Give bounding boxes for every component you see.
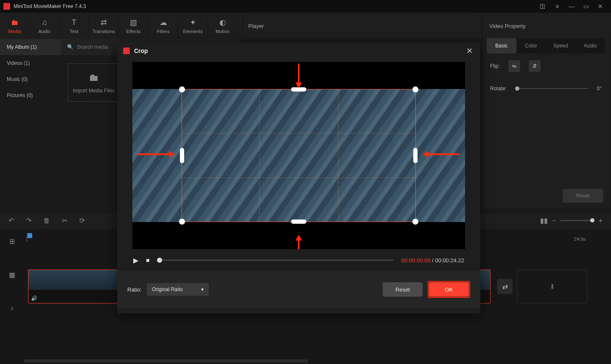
- seek-slider[interactable]: [157, 259, 393, 261]
- chevron-down-icon: ▾: [201, 286, 204, 292]
- ratio-select[interactable]: Original Ratio ▾: [147, 283, 209, 296]
- dialog-logo: [123, 47, 130, 54]
- dialog-close-button[interactable]: ✕: [464, 46, 474, 56]
- crop-handle-left[interactable]: [180, 148, 184, 163]
- crop-preview: [132, 62, 465, 249]
- crop-handle-top-left[interactable]: [179, 86, 185, 92]
- arrow-left-icon: [422, 152, 460, 157]
- timecode: 00:00:00:00 / 00:00:24.22: [401, 257, 464, 264]
- crop-handle-top-right[interactable]: [412, 86, 418, 92]
- crop-reset-button[interactable]: Reset: [383, 282, 423, 297]
- timecode-current: 00:00:00:00: [401, 257, 431, 264]
- crop-dialog: Crop ✕ ▶ ■: [117, 42, 480, 314]
- arrow-up-icon: [296, 234, 301, 249]
- play-button[interactable]: ▶: [133, 256, 138, 264]
- stop-button[interactable]: ■: [146, 257, 149, 264]
- crop-rect[interactable]: [182, 89, 416, 222]
- modal-overlay: Crop ✕ ▶ ■: [0, 0, 611, 364]
- ok-button-highlight: OK: [428, 281, 470, 298]
- crop-handle-bottom-left[interactable]: [179, 219, 185, 225]
- crop-footer: Ratio: Original Ratio ▾ Reset OK: [117, 271, 480, 308]
- ratio-label: Ratio:: [127, 286, 142, 293]
- crop-ok-button[interactable]: OK: [429, 282, 469, 297]
- crop-playback-controls: ▶ ■ 00:00:00:00 / 00:00:24.22: [117, 249, 480, 271]
- crop-handle-bottom[interactable]: [291, 220, 306, 224]
- timecode-duration: 00:00:24.22: [435, 257, 464, 264]
- ratio-value: Original Ratio: [152, 286, 183, 292]
- crop-handle-right[interactable]: [413, 148, 418, 163]
- dialog-title: Crop: [134, 47, 464, 54]
- crop-handle-bottom-right[interactable]: [412, 219, 418, 225]
- seek-thumb[interactable]: [157, 258, 162, 263]
- arrow-down-icon: [296, 64, 301, 89]
- crop-header: Crop ✕: [117, 42, 480, 59]
- arrow-right-icon: [137, 152, 176, 157]
